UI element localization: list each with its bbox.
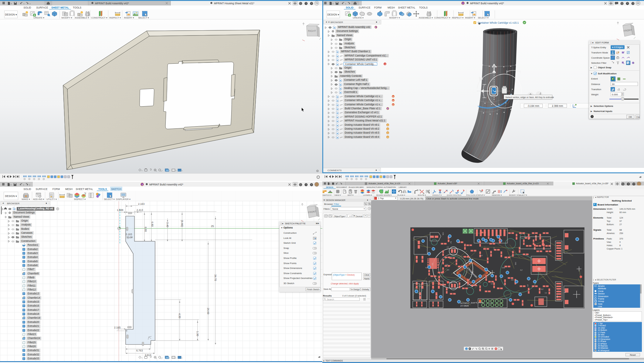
svg-text:C1C: C1C [479,280,480,283]
svg-text:25: 25 [211,225,214,228]
svg-text:R17: R17 [520,270,523,271]
svg-text:(6.80): (6.80) [181,220,184,227]
svg-text:3.40: 3.40 [166,222,169,227]
svg-text:34.70: 34.70 [214,274,217,281]
svg-text:C1f: C1f [491,283,493,285]
svg-text:SMB: SMB [442,232,444,235]
svg-text:J05: J05 [527,284,528,287]
svg-text:6.80: 6.80 [151,222,154,227]
svg-text:4.30: 4.30 [178,313,181,318]
svg-text:SMB: SMB [449,282,452,284]
svg-text:R17: R17 [425,267,428,269]
svg-text:0.163: 0.163 [126,233,132,236]
svg-text:6.763: 6.763 [136,349,143,352]
svg-text:A03: A03 [511,279,514,281]
svg-text:4u7: 4u7 [450,241,452,244]
svg-text:1.30: 1.30 [196,331,199,336]
svg-text:?: ? [633,183,634,185]
svg-text:A03: A03 [564,292,566,293]
svg-text:A03: A03 [432,263,433,266]
svg-text:C1C: C1C [446,264,449,266]
svg-text:RIGHT: RIGHT [308,29,316,32]
svg-text:2.185: 2.185 [114,326,121,329]
svg-text:C1f: C1f [447,246,449,248]
svg-text:J05: J05 [535,236,537,239]
svg-text:2.413: 2.413 [137,209,143,212]
svg-text:2.163: 2.163 [138,202,145,205]
svg-text:i: i [466,348,466,350]
svg-text:C1f: C1f [436,295,438,296]
svg-text:SMB: SMB [556,295,558,298]
svg-text:27/2020: 27/2020 [460,305,469,307]
svg-text:4u7: 4u7 [480,255,483,256]
svg-text:A03: A03 [563,288,565,291]
svg-text:26.60: 26.60 [207,308,210,314]
svg-text:R17: R17 [489,303,492,304]
svg-text:1.588: 1.588 [117,209,124,212]
svg-text:R17: R17 [541,289,544,290]
svg-text:C: C [612,78,614,80]
svg-text:A03: A03 [447,269,449,271]
svg-text:?: ? [311,2,312,5]
svg-text:6.80: 6.80 [144,227,147,232]
svg-text:C1f: C1f [467,285,469,286]
svg-text:SMB: SMB [515,262,516,265]
svg-text:C1f: C1f [545,292,547,294]
svg-text:GND: GND [502,267,505,269]
svg-text:C1f: C1f [493,247,495,250]
